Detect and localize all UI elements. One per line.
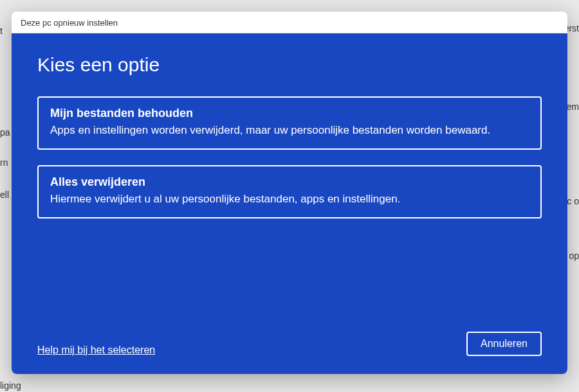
dialog-body: Kies een optie Mijn bestanden behouden A… xyxy=(12,33,567,374)
dialog-titlebar: Deze pc opnieuw instellen xyxy=(12,12,567,33)
option-title: Mijn bestanden behouden xyxy=(50,107,529,120)
dialog-footer: Help mij bij het selecteren Annuleren xyxy=(37,332,542,356)
option-title: Alles verwijderen xyxy=(50,175,529,189)
bg-text: t xyxy=(0,26,3,36)
bg-text: ell xyxy=(0,190,9,200)
option-remove-everything[interactable]: Alles verwijderen Hiermee verwijdert u a… xyxy=(37,165,542,218)
reset-pc-dialog: Deze pc opnieuw instellen Kies een optie… xyxy=(12,12,567,374)
cancel-button[interactable]: Annuleren xyxy=(466,332,542,356)
help-link[interactable]: Help mij bij het selecteren xyxy=(37,344,155,356)
bg-text: pa xyxy=(0,127,10,138)
option-description: Hiermee verwijdert u al uw persoonlijke … xyxy=(50,192,529,207)
bg-text: liging xyxy=(0,380,21,391)
option-keep-files[interactable]: Mijn bestanden behouden Apps en instelli… xyxy=(37,96,542,150)
dialog-heading: Kies een optie xyxy=(37,54,542,76)
option-description: Apps en instellingen worden verwijderd, … xyxy=(50,123,529,138)
bg-text: rn xyxy=(0,157,8,168)
dialog-title: Deze pc opnieuw instellen xyxy=(21,18,118,28)
